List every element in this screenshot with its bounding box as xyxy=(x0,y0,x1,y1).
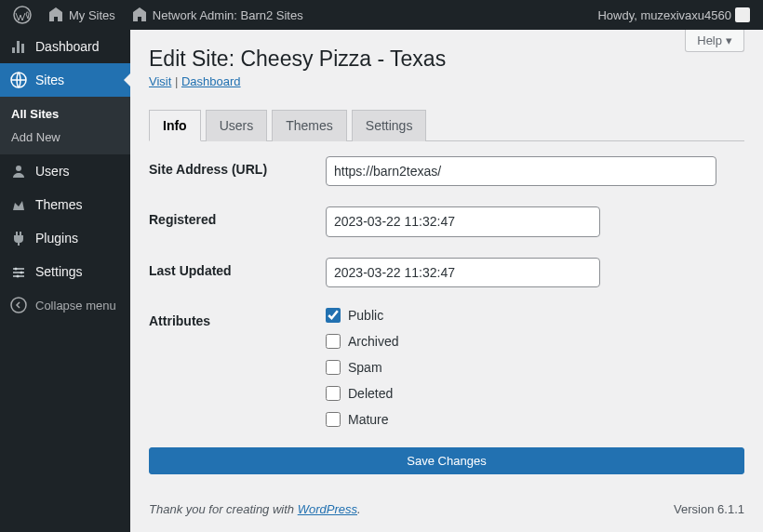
page-title: Edit Site: Cheesy Pizza - Texas xyxy=(149,47,744,72)
attributes-label: Attributes xyxy=(149,308,326,328)
url-label: Site Address (URL) xyxy=(149,156,326,177)
updated-input[interactable] xyxy=(326,258,600,287)
svg-point-6 xyxy=(11,298,26,313)
deleted-label: Deleted xyxy=(348,386,393,401)
tab-info[interactable]: Info xyxy=(149,110,201,141)
attr-deleted[interactable]: Deleted xyxy=(326,386,744,401)
my-sites-link[interactable]: My Sites xyxy=(41,0,121,30)
sidebar-item-users[interactable]: Users xyxy=(0,154,130,188)
svg-point-2 xyxy=(16,166,21,171)
svg-point-3 xyxy=(15,268,18,271)
chevron-down-icon: ▾ xyxy=(726,33,732,47)
attr-mature[interactable]: Mature xyxy=(326,412,744,427)
svg-point-5 xyxy=(17,275,20,278)
sidebar-label: Sites xyxy=(35,73,64,87)
howdy-link[interactable]: Howdy, muzexivaxu4560 xyxy=(592,0,756,30)
dashboard-link[interactable]: Dashboard xyxy=(181,74,241,88)
spam-checkbox[interactable] xyxy=(326,360,341,375)
howdy-label: Howdy, muzexivaxu4560 xyxy=(597,8,731,22)
edit-site-tabs: Info Users Themes Settings xyxy=(149,109,744,141)
tab-users[interactable]: Users xyxy=(206,110,268,141)
users-icon xyxy=(9,162,28,180)
sidebar-sub-add-new[interactable]: Add New xyxy=(0,126,130,149)
sidebar-item-plugins[interactable]: Plugins xyxy=(0,221,130,255)
help-label: Help xyxy=(697,33,722,47)
sidebar-label: Settings xyxy=(35,264,83,279)
wp-logo[interactable] xyxy=(7,0,37,30)
registered-input[interactable] xyxy=(326,206,600,236)
footer-wp-link[interactable]: WordPress xyxy=(298,502,357,516)
public-checkbox[interactable] xyxy=(326,308,341,323)
sidebar-label: Users xyxy=(35,164,70,179)
collapse-menu[interactable]: Collapse menu xyxy=(0,288,130,322)
sidebar-label: Plugins xyxy=(35,231,78,246)
deleted-checkbox[interactable] xyxy=(326,386,341,401)
mature-checkbox[interactable] xyxy=(326,412,341,427)
sites-icon xyxy=(9,71,28,89)
sidebar-item-settings[interactable]: Settings xyxy=(0,255,130,288)
svg-point-4 xyxy=(20,272,23,274)
footer-version: Version 6.1.1 xyxy=(674,502,744,516)
admin-sidebar: Dashboard Sites All Sites Add New Users … xyxy=(0,30,130,532)
sidebar-item-dashboard[interactable]: Dashboard xyxy=(0,30,130,63)
attr-archived[interactable]: Archived xyxy=(326,334,744,349)
network-admin-label: Network Admin: Barn2 Sites xyxy=(153,8,303,22)
sidebar-sub-sites: All Sites Add New xyxy=(0,97,130,154)
plugins-icon xyxy=(9,229,28,247)
url-input[interactable] xyxy=(326,156,716,186)
sidebar-sub-all-sites[interactable]: All Sites xyxy=(0,102,130,126)
public-label: Public xyxy=(348,308,383,323)
dashboard-icon xyxy=(9,37,28,56)
archived-checkbox[interactable] xyxy=(326,334,341,349)
content-area: Help ▾ Edit Site: Cheesy Pizza - Texas V… xyxy=(130,30,763,532)
settings-icon xyxy=(9,262,28,281)
archived-label: Archived xyxy=(348,334,398,349)
admin-bar: My Sites Network Admin: Barn2 Sites Howd… xyxy=(0,0,763,30)
footer: Thank you for creating with WordPress. V… xyxy=(149,474,744,516)
spam-label: Spam xyxy=(348,360,382,375)
network-admin-link[interactable]: Network Admin: Barn2 Sites xyxy=(125,0,309,30)
edit-site-subnav: Visit | Dashboard xyxy=(149,74,744,88)
registered-label: Registered xyxy=(149,206,326,227)
attr-public[interactable]: Public xyxy=(326,308,744,323)
tab-settings[interactable]: Settings xyxy=(352,110,427,141)
collapse-icon xyxy=(9,296,28,314)
site-info-form: Site Address (URL) Registered Last Updat… xyxy=(149,156,744,447)
sidebar-item-sites[interactable]: Sites xyxy=(0,63,130,97)
sidebar-label: Dashboard xyxy=(35,39,100,54)
mature-label: Mature xyxy=(348,412,389,427)
footer-thanks: Thank you for creating with xyxy=(149,502,298,516)
save-button[interactable]: Save Changes xyxy=(149,447,744,474)
updated-label: Last Updated xyxy=(149,258,326,278)
sidebar-label: Themes xyxy=(35,197,83,212)
help-tab[interactable]: Help ▾ xyxy=(685,30,744,52)
my-sites-label: My Sites xyxy=(69,8,115,22)
themes-icon xyxy=(9,195,28,214)
attr-spam[interactable]: Spam xyxy=(326,360,744,375)
avatar xyxy=(735,7,750,22)
collapse-label: Collapse menu xyxy=(35,299,116,313)
visit-link[interactable]: Visit xyxy=(149,74,171,88)
tab-themes[interactable]: Themes xyxy=(272,110,347,141)
sidebar-item-themes[interactable]: Themes xyxy=(0,188,130,221)
